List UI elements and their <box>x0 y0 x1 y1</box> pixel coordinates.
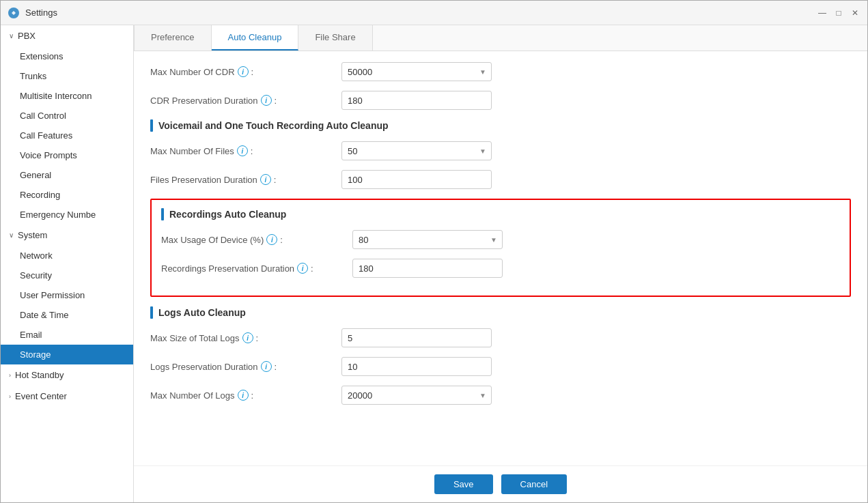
max-cdr-select[interactable]: 50000 <box>341 62 492 81</box>
sidebar-item-call-features[interactable]: Call Features <box>1 126 133 145</box>
footer: Save Cancel <box>134 465 867 502</box>
right-panel: Preference Auto Cleanup File Share Max N… <box>134 25 867 502</box>
sidebar-group-pbx: ∨ PBX Extensions Trunks Multisite Interc… <box>1 25 133 225</box>
maximize-button[interactable]: □ <box>833 8 844 18</box>
recordings-section-header: Recordings Auto Cleanup <box>161 208 840 220</box>
sidebar-item-call-control[interactable]: Call Control <box>1 106 133 126</box>
max-files-select-wrapper: 50 ▼ <box>341 141 492 160</box>
cdr-preservation-row: CDR Preservation Duration i: <box>150 91 851 110</box>
sidebar-group-header-system[interactable]: ∨ System <box>1 225 133 246</box>
tab-preference[interactable]: Preference <box>134 25 212 51</box>
title-bar: Settings — □ ✕ <box>1 1 867 25</box>
tab-file-share[interactable]: File Share <box>298 25 372 51</box>
sidebar-item-emergency[interactable]: Emergency Numbe <box>1 205 133 225</box>
sidebar-item-email[interactable]: Email <box>1 325 133 345</box>
cdr-preservation-label: CDR Preservation Duration i: <box>150 95 341 106</box>
voicemail-section-title: Voicemail and One Touch Recording Auto C… <box>158 120 389 131</box>
logs-preservation-input[interactable] <box>341 357 492 376</box>
event-center-group-label: Event Center <box>15 391 67 401</box>
cdr-preservation-info-icon[interactable]: i <box>261 95 272 106</box>
content-area: Max Number Of CDR i: 50000 ▼ CDR Preserv… <box>134 51 867 465</box>
event-center-expand-arrow: › <box>9 393 11 400</box>
files-preservation-row: Files Preservation Duration i: <box>150 170 851 189</box>
main-content: ∨ PBX Extensions Trunks Multisite Interc… <box>1 25 867 502</box>
hot-standby-group-label: Hot Standby <box>15 370 64 380</box>
minimize-button[interactable]: — <box>817 8 828 18</box>
max-number-logs-select[interactable]: 20000 <box>341 386 492 405</box>
max-files-select[interactable]: 50 <box>341 141 492 160</box>
sidebar-group-event-center: › Event Center <box>1 386 133 407</box>
max-cdr-label: Max Number Of CDR i: <box>150 66 341 77</box>
recordings-highlight-box: Recordings Auto Cleanup Max Usage Of Dev… <box>150 199 851 297</box>
logs-preservation-info-icon[interactable]: i <box>261 361 272 372</box>
voicemail-section-bar <box>150 119 153 132</box>
tabs-bar: Preference Auto Cleanup File Share <box>134 25 867 51</box>
window-controls: — □ ✕ <box>817 8 860 18</box>
max-size-logs-input[interactable] <box>341 328 492 347</box>
sidebar-group-system: ∨ System Network Security User Permissio… <box>1 225 133 364</box>
recordings-preservation-input[interactable] <box>352 259 503 278</box>
max-usage-select[interactable]: 80 <box>352 230 503 249</box>
max-usage-info-icon[interactable]: i <box>266 234 277 245</box>
app-icon <box>8 7 20 19</box>
max-size-logs-row: Max Size of Total Logs i: <box>150 328 851 347</box>
max-number-logs-label: Max Number Of Logs i: <box>150 390 341 401</box>
sidebar-item-extensions[interactable]: Extensions <box>1 46 133 66</box>
logs-section-bar <box>150 306 153 319</box>
sidebar-group-header-event-center[interactable]: › Event Center <box>1 386 133 407</box>
sidebar: ∨ PBX Extensions Trunks Multisite Interc… <box>1 25 134 502</box>
sidebar-item-network[interactable]: Network <box>1 246 133 265</box>
logs-section-title: Logs Auto Cleanup <box>158 307 246 318</box>
max-files-row: Max Number Of Files i: 50 ▼ <box>150 141 851 160</box>
recordings-section-bar <box>161 208 164 220</box>
sidebar-item-date-time[interactable]: Date & Time <box>1 305 133 325</box>
recordings-preservation-info-icon[interactable]: i <box>297 263 308 274</box>
max-files-label: Max Number Of Files i: <box>150 145 341 156</box>
sidebar-group-header-pbx[interactable]: ∨ PBX <box>1 25 133 46</box>
max-number-logs-row: Max Number Of Logs i: 20000 ▼ <box>150 386 851 405</box>
settings-window: Settings — □ ✕ ∨ PBX Extensions Trunks M… <box>0 0 868 503</box>
recordings-preservation-label: Recordings Preservation Duration i: <box>161 263 352 274</box>
max-size-logs-info-icon[interactable]: i <box>242 332 253 343</box>
sidebar-item-trunks[interactable]: Trunks <box>1 66 133 86</box>
save-button[interactable]: Save <box>434 474 493 494</box>
pbx-group-label: PBX <box>18 31 36 41</box>
max-cdr-select-wrapper: 50000 ▼ <box>341 62 492 81</box>
max-files-info-icon[interactable]: i <box>237 145 248 156</box>
files-preservation-info-icon[interactable]: i <box>260 174 271 185</box>
tab-auto-cleanup[interactable]: Auto Cleanup <box>212 25 299 51</box>
max-cdr-row: Max Number Of CDR i: 50000 ▼ <box>150 62 851 81</box>
window-title: Settings <box>25 8 817 18</box>
sidebar-item-general[interactable]: General <box>1 165 133 185</box>
logs-preservation-row: Logs Preservation Duration i: <box>150 357 851 376</box>
recordings-section-title: Recordings Auto Cleanup <box>169 209 286 220</box>
max-size-logs-label: Max Size of Total Logs i: <box>150 332 341 343</box>
close-button[interactable]: ✕ <box>850 8 860 18</box>
sidebar-item-voice-prompts[interactable]: Voice Prompts <box>1 145 133 165</box>
sidebar-item-security[interactable]: Security <box>1 265 133 285</box>
max-usage-row: Max Usage Of Device (%) i: 80 ▼ <box>161 230 840 249</box>
logs-preservation-label: Logs Preservation Duration i: <box>150 361 341 372</box>
system-group-label: System <box>18 230 47 240</box>
files-preservation-label: Files Preservation Duration i: <box>150 174 341 185</box>
max-number-logs-info-icon[interactable]: i <box>238 390 249 401</box>
sidebar-group-hot-standby: › Hot Standby <box>1 364 133 386</box>
voicemail-section-header: Voicemail and One Touch Recording Auto C… <box>150 119 851 132</box>
cancel-button[interactable]: Cancel <box>501 474 567 494</box>
max-cdr-info-icon[interactable]: i <box>238 66 249 77</box>
system-expand-arrow: ∨ <box>9 231 14 239</box>
sidebar-item-recording[interactable]: Recording <box>1 185 133 205</box>
hot-standby-expand-arrow: › <box>9 372 11 379</box>
sidebar-item-user-permission[interactable]: User Permission <box>1 285 133 305</box>
sidebar-item-multisite[interactable]: Multisite Interconn <box>1 86 133 106</box>
max-usage-label: Max Usage Of Device (%) i: <box>161 234 352 245</box>
max-usage-select-wrapper: 80 ▼ <box>352 230 503 249</box>
logs-section-header: Logs Auto Cleanup <box>150 306 851 319</box>
cdr-preservation-input[interactable] <box>341 91 492 110</box>
sidebar-group-header-hot-standby[interactable]: › Hot Standby <box>1 364 133 386</box>
max-number-logs-select-wrapper: 20000 ▼ <box>341 386 492 405</box>
files-preservation-input[interactable] <box>341 170 492 189</box>
recordings-preservation-row: Recordings Preservation Duration i: <box>161 259 840 278</box>
sidebar-item-storage[interactable]: Storage <box>1 345 133 364</box>
pbx-expand-arrow: ∨ <box>9 32 14 40</box>
